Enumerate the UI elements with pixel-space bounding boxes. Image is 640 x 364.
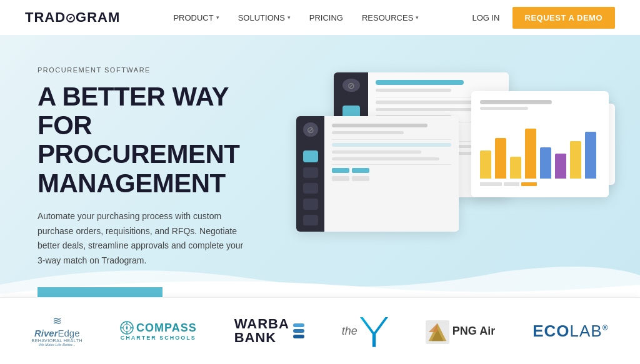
compass-icon <box>120 321 134 335</box>
mockup-bar <box>332 143 451 147</box>
warba-bank-logo: WARBA BANK <box>234 317 304 345</box>
ymca-logo: the <box>342 314 388 348</box>
mockup-bar <box>332 131 404 134</box>
chart-bar-2 <box>495 138 506 179</box>
logo[interactable]: TRAD GRAM <box>25 9 120 26</box>
warba-bank-label: BANK <box>234 331 289 345</box>
pngair-icon <box>426 320 448 342</box>
pngair-name: PNG Air <box>452 325 495 338</box>
mockup-btn <box>332 176 349 181</box>
hero-description: Automate your purchasing process with cu… <box>38 209 250 268</box>
warba-icon <box>293 323 304 338</box>
chevron-down-icon: ▾ <box>416 14 419 21</box>
chart-title-bar <box>480 100 552 104</box>
header-actions: LOG IN REQUEST A DEMO <box>472 7 615 29</box>
warba-name: WARBA <box>234 317 289 331</box>
ecolab-logo: ECOLAB® <box>532 322 608 341</box>
chevron-down-icon: ▾ <box>288 14 291 21</box>
riveredge-name2: Edge <box>58 328 79 338</box>
y-icon <box>360 314 388 348</box>
warba-stripe-2 <box>293 329 304 333</box>
chart-bar-3 <box>510 157 521 179</box>
logo-o-icon <box>66 14 75 22</box>
mockup-bar <box>332 124 428 127</box>
riveredge-icon: ≋ <box>52 315 62 327</box>
riveredge-name: River <box>34 328 58 338</box>
pngair-logo: PNG Air <box>426 320 495 342</box>
mockup-chart <box>471 91 609 197</box>
hero-content: PROCUREMENT SOFTWARE A BETTER WAY FOR PR… <box>38 66 288 297</box>
divider <box>332 164 451 165</box>
ecolab-name: ECOLAB® <box>532 322 608 341</box>
the-text: the <box>342 325 358 338</box>
chart-bar-7 <box>570 141 581 179</box>
mockup-btn <box>332 168 349 173</box>
nav-item-solutions[interactable]: SOLUTIONS ▾ <box>238 13 291 22</box>
mockup-row <box>332 176 451 181</box>
warba-stripe-1 <box>293 323 304 327</box>
chart-bar-8 <box>585 132 596 179</box>
sidebar-logo-icon <box>303 122 318 137</box>
warba-text: WARBA BANK <box>234 317 289 345</box>
logos-bar: ≋ River Edge BEHAVIORAL HEALTH We Make L… <box>0 297 640 364</box>
chart-bar-6 <box>555 154 566 179</box>
compass-logo: COMPASS CHARTER SCHOOLS <box>120 321 197 341</box>
header: TRAD GRAM PRODUCT ▾ SOLUTIONS ▾ PRICING … <box>0 0 640 35</box>
svg-marker-6 <box>126 325 128 330</box>
mockup-bar <box>376 89 451 92</box>
legend-bar-active <box>521 182 537 186</box>
sidebar-icon <box>303 215 318 225</box>
chart-bar-1 <box>480 150 491 179</box>
bar-chart <box>480 122 600 179</box>
nav-item-product[interactable]: PRODUCT ▾ <box>173 13 219 22</box>
request-demo-button[interactable]: REQUEST A DEMO <box>512 7 616 29</box>
main-nav: PRODUCT ▾ SOLUTIONS ▾ PRICING RESOURCES … <box>173 13 419 22</box>
compass-name: COMPASS <box>136 322 197 335</box>
login-button[interactable]: LOG IN <box>472 13 499 22</box>
hero-illustrations <box>296 54 621 278</box>
sidebar-icon <box>303 183 318 194</box>
logo-text-part2: GRAM <box>76 9 120 26</box>
riveredge-logo: ≋ River Edge BEHAVIORAL HEALTH We Make L… <box>31 315 82 347</box>
sidebar-logo-icon <box>342 79 360 92</box>
chart-bar-4 <box>525 129 536 179</box>
hero-section: PROCUREMENT SOFTWARE A BETTER WAY FOR PR… <box>0 35 640 297</box>
hero-title: A BETTER WAY FOR PROCUREMENT MANAGEMENT <box>38 82 288 198</box>
mockup-btn <box>352 176 369 181</box>
legend-bar <box>504 182 519 186</box>
mockup-sidebar-2 <box>296 116 324 232</box>
mockup-btn <box>352 168 369 173</box>
chart-legend <box>480 182 600 186</box>
riveredge-sub: BEHAVIORAL HEALTH <box>31 338 82 343</box>
hero-cta-button[interactable]: GET A FREE ACCOUNT <box>38 287 162 297</box>
chart-subtitle-bar <box>480 107 528 110</box>
mockup-bar <box>376 101 476 104</box>
logo-text-part1: TRAD <box>25 9 66 26</box>
mockup-secondary <box>296 116 459 232</box>
nav-item-pricing[interactable]: PRICING <box>309 13 343 22</box>
mockup-bar <box>376 80 464 85</box>
hero-label: PROCUREMENT SOFTWARE <box>38 66 288 74</box>
legend-bar <box>480 182 502 186</box>
riveredge-tagline: We Make Life Better... <box>39 343 76 347</box>
compass-sub: CHARTER SCHOOLS <box>121 335 196 341</box>
mockup-bar <box>332 157 439 160</box>
sidebar-icon <box>303 199 318 209</box>
divider <box>332 139 451 140</box>
nav-item-resources[interactable]: RESOURCES ▾ <box>362 13 419 22</box>
sidebar-icon <box>303 167 318 178</box>
mockup-bar <box>332 150 421 154</box>
chevron-down-icon: ▾ <box>216 14 219 21</box>
mockup-row <box>332 168 451 173</box>
warba-stripe-3 <box>293 335 304 338</box>
chart-bar-5 <box>540 147 551 179</box>
sidebar-active-icon <box>303 150 318 162</box>
mockup-content-area-2 <box>324 116 459 232</box>
